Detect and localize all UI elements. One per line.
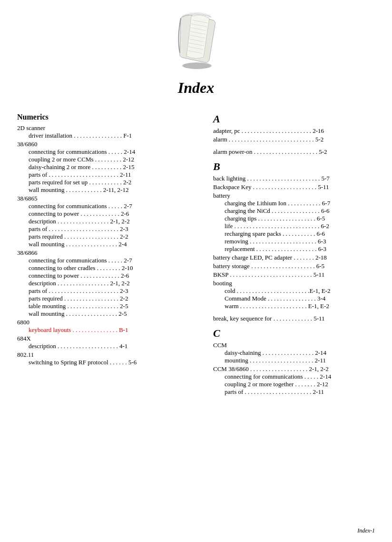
entry-main: alarm power-on . . . . . . . . . . . . .… bbox=[213, 148, 327, 155]
entry-main: CCM bbox=[213, 341, 227, 349]
entry-main: booting bbox=[213, 280, 232, 287]
entry-sub: connecting for communications . . . . . … bbox=[213, 373, 375, 381]
entry-2d-scanner: 2D scanner driver installation . . . . .… bbox=[17, 124, 198, 140]
footer-text: Index-1 bbox=[357, 527, 375, 534]
entry-38-6865: 38/6865 connecting for communications . … bbox=[17, 195, 198, 248]
entry-sub: connecting for communications . . . . . … bbox=[17, 257, 198, 264]
entry-bksp: BKSP . . . . . . . . . . . . . . . . . .… bbox=[213, 271, 375, 279]
entry-6800: 6800 keyboard layouts . . . . . . . . . … bbox=[17, 319, 198, 334]
entry-main: break, key sequence for . . . . . . . . … bbox=[213, 315, 325, 322]
entry-sub: charging tips . . . . . . . . . . . . . … bbox=[213, 215, 375, 222]
entry-battery-storage: battery storage . . . . . . . . . . . . … bbox=[213, 262, 375, 270]
book-icon bbox=[167, 10, 225, 71]
entry-sub: life . . . . . . . . . . . . . . . . . .… bbox=[213, 222, 375, 230]
entry-sub: description . . . . . . . . . . . . . . … bbox=[17, 280, 198, 287]
entry-main: 2D scanner bbox=[17, 124, 45, 131]
entry-main: Backspace Key . . . . . . . . . . . . . … bbox=[213, 183, 329, 191]
entry-sub: wall mounting . . . . . . . . . . . . . … bbox=[17, 241, 198, 248]
page-title: Index bbox=[178, 79, 214, 97]
entry-sub: daisy-chaining . . . . . . . . . . . . .… bbox=[213, 349, 375, 357]
entry-sub: mounting . . . . . . . . . . . . . . . .… bbox=[213, 357, 375, 364]
right-column: A adapter, pc . . . . . . . . . . . . . … bbox=[213, 113, 375, 397]
entry-sub: parts of . . . . . . . . . . . . . . . .… bbox=[17, 287, 198, 295]
entry-sub: wall mounting . . . . . . . . . . . . 2-… bbox=[17, 186, 198, 194]
entry-sub: description . . . . . . . . . . . . . . … bbox=[17, 342, 198, 350]
entry-main: alarm . . . . . . . . . . . . . . . . . … bbox=[213, 136, 323, 143]
entry-sub: Command Mode . . . . . . . . . . . . . .… bbox=[213, 295, 375, 302]
entry-sub: warm . . . . . . . . . . . . . . . . . .… bbox=[213, 302, 375, 310]
entry-sub: connecting for communications . . . . . … bbox=[17, 202, 198, 210]
entry-battery-charge-led: battery charge LED, PC adapter . . . . .… bbox=[213, 254, 375, 261]
entry-sub: connecting for communications . . . . . … bbox=[17, 148, 198, 156]
entry-38-6860: 38/6860 connecting for communications . … bbox=[17, 141, 198, 194]
section-b-heading: B bbox=[213, 161, 375, 173]
entry-sub: switching to Spring RF protocol . . . . … bbox=[17, 359, 198, 366]
entry-sub: connecting to power . . . . . . . . . . … bbox=[17, 272, 198, 280]
entry-sub: description . . . . . . . . . . . . . . … bbox=[17, 218, 198, 225]
entry-sub: cold . . . . . . . . . . . . . . . . . .… bbox=[213, 287, 375, 295]
entry-main: battery storage . . . . . . . . . . . . … bbox=[213, 262, 324, 270]
entry-sub: table mounting . . . . . . . . . . . . .… bbox=[17, 302, 198, 310]
entry-sub: daisy-chaining 2 or more . . . . . . . .… bbox=[17, 163, 198, 171]
entry-main: battery charge LED, PC adapter . . . . .… bbox=[213, 254, 327, 261]
entry-main: BKSP . . . . . . . . . . . . . . . . . .… bbox=[213, 271, 324, 278]
entry-adapter-pc: adapter, pc . . . . . . . . . . . . . . … bbox=[213, 127, 375, 135]
entry-main: 684X bbox=[17, 335, 31, 342]
entry-alarm: alarm . . . . . . . . . . . . . . . . . … bbox=[213, 136, 375, 143]
entry-sub: driver installation . . . . . . . . . . … bbox=[17, 132, 198, 140]
entry-main: 6800 bbox=[17, 319, 29, 326]
entry-booting: booting cold . . . . . . . . . . . . . .… bbox=[213, 280, 375, 310]
entry-sub: parts of . . . . . . . . . . . . . . . .… bbox=[213, 388, 375, 396]
entry-sub: charging the Lithium Ion . . . . . . . .… bbox=[213, 200, 375, 207]
entry-sub: connecting to power . . . . . . . . . . … bbox=[17, 210, 198, 218]
entry-main: battery bbox=[213, 192, 230, 199]
entry-sub: wall mounting . . . . . . . . . . . . . … bbox=[17, 310, 198, 318]
page-footer: Index-1 bbox=[357, 527, 375, 534]
main-content: Numerics 2D scanner driver installation … bbox=[0, 113, 392, 397]
numerics-heading: Numerics bbox=[17, 113, 198, 121]
entry-backspace-key: Backspace Key . . . . . . . . . . . . . … bbox=[213, 183, 375, 191]
entry-sub: parts required for set up . . . . . . . … bbox=[17, 179, 198, 186]
entry-sub: parts of . . . . . . . . . . . . . . . .… bbox=[17, 225, 198, 233]
page-header: Index bbox=[0, 0, 392, 108]
entry-main: 38/6865 bbox=[17, 195, 38, 202]
entry-sub: coupling 2 or more together . . . . . . … bbox=[213, 381, 375, 388]
entry-sub-keyboard-layouts: keyboard layouts . . . . . . . . . . . .… bbox=[17, 326, 198, 334]
entry-main: adapter, pc . . . . . . . . . . . . . . … bbox=[213, 127, 324, 134]
entry-sub: parts required . . . . . . . . . . . . .… bbox=[17, 295, 198, 302]
entry-802-11: 802.11 switching to Spring RF protocol .… bbox=[17, 351, 198, 366]
entry-sub: parts required . . . . . . . . . . . . .… bbox=[17, 233, 198, 241]
svg-point-10 bbox=[182, 63, 212, 69]
entry-38-6866: 38/6866 connecting for communications . … bbox=[17, 249, 198, 318]
entry-main: CCM 38/6860 . . . . . . . . . . . . . . … bbox=[213, 365, 329, 372]
section-c-heading: C bbox=[213, 327, 375, 340]
entry-sub: removing . . . . . . . . . . . . . . . .… bbox=[213, 238, 375, 245]
entry-main: 38/6866 bbox=[17, 249, 38, 256]
entry-sub: replacement . . . . . . . . . . . . . . … bbox=[213, 245, 375, 253]
entry-break: break, key sequence for . . . . . . . . … bbox=[213, 315, 375, 322]
entry-sub: recharging spare packs . . . . . . . . .… bbox=[213, 230, 375, 238]
left-column: Numerics 2D scanner driver installation … bbox=[17, 113, 198, 397]
entry-sub: coupling 2 or more CCMs . . . . . . . . … bbox=[17, 156, 198, 163]
entry-sub: parts of . . . . . . . . . . . . . . . .… bbox=[17, 171, 198, 179]
entry-sub: connecting to other cradles . . . . . . … bbox=[17, 264, 198, 272]
entry-ccm-38-6860: CCM 38/6860 . . . . . . . . . . . . . . … bbox=[213, 365, 375, 396]
entry-main: 38/6860 bbox=[17, 141, 38, 148]
entry-sub: charging the NiCd . . . . . . . . . . . … bbox=[213, 207, 375, 215]
entry-alarm-power-on: alarm power-on . . . . . . . . . . . . .… bbox=[213, 148, 375, 156]
entry-back-lighting: back lighting . . . . . . . . . . . . . … bbox=[213, 175, 375, 182]
entry-684x: 684X description . . . . . . . . . . . .… bbox=[17, 335, 198, 350]
entry-battery: battery charging the Lithium Ion . . . .… bbox=[213, 192, 375, 253]
entry-main: back lighting . . . . . . . . . . . . . … bbox=[213, 175, 330, 182]
entry-ccm: CCM daisy-chaining . . . . . . . . . . .… bbox=[213, 341, 375, 364]
section-a-heading: A bbox=[213, 113, 375, 125]
entry-main: 802.11 bbox=[17, 351, 34, 358]
